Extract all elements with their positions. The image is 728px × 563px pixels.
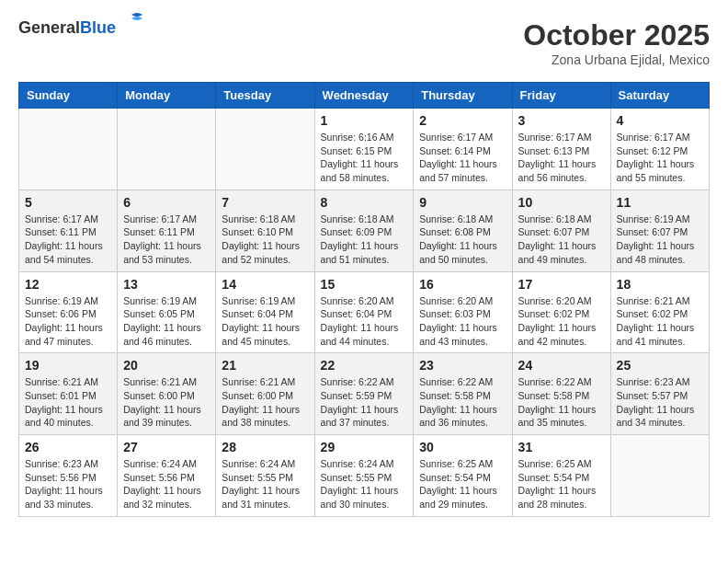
calendar-cell: 4Sunrise: 6:17 AMSunset: 6:12 PMDaylight…	[610, 109, 709, 190]
calendar-week-row: 12Sunrise: 6:19 AMSunset: 6:06 PMDayligh…	[19, 271, 710, 353]
day-number: 11	[617, 195, 703, 210]
day-number: 3	[518, 113, 605, 128]
day-info: Sunrise: 6:25 AMSunset: 5:54 PMDaylight:…	[518, 457, 605, 511]
day-number: 19	[25, 358, 111, 373]
calendar-cell: 10Sunrise: 6:18 AMSunset: 6:07 PMDayligh…	[512, 190, 610, 271]
day-info: Sunrise: 6:22 AMSunset: 5:58 PMDaylight:…	[518, 375, 605, 430]
calendar-cell: 7Sunrise: 6:18 AMSunset: 6:10 PMDaylight…	[216, 190, 314, 271]
weekday-header-row: SundayMondayTuesdayWednesdayThursdayFrid…	[19, 83, 710, 109]
weekday-header-wednesday: Wednesday	[314, 83, 414, 109]
calendar-cell: 5Sunrise: 6:17 AMSunset: 6:11 PMDaylight…	[19, 190, 118, 271]
day-info: Sunrise: 6:25 AMSunset: 5:54 PMDaylight:…	[419, 457, 506, 511]
day-number: 16	[419, 277, 506, 292]
day-info: Sunrise: 6:19 AMSunset: 6:07 PMDaylight:…	[617, 213, 703, 267]
calendar-cell: 2Sunrise: 6:17 AMSunset: 6:14 PMDaylight…	[414, 109, 512, 190]
day-number: 24	[518, 358, 605, 373]
day-number: 12	[25, 277, 111, 292]
calendar-week-row: 1Sunrise: 6:16 AMSunset: 6:15 PMDaylight…	[19, 109, 710, 190]
subtitle: Zona Urbana Ejidal, Mexico	[523, 52, 710, 67]
day-number: 13	[123, 277, 210, 292]
calendar-cell: 18Sunrise: 6:21 AMSunset: 6:02 PMDayligh…	[610, 271, 709, 353]
day-number: 17	[518, 277, 605, 292]
day-number: 10	[518, 195, 605, 210]
day-info: Sunrise: 6:23 AMSunset: 5:56 PMDaylight:…	[25, 457, 111, 511]
calendar-cell: 8Sunrise: 6:18 AMSunset: 6:09 PMDaylight…	[314, 190, 414, 271]
calendar-cell: 9Sunrise: 6:18 AMSunset: 6:08 PMDaylight…	[414, 190, 512, 271]
calendar-cell: 22Sunrise: 6:22 AMSunset: 5:59 PMDayligh…	[314, 353, 414, 435]
page-header: GeneralBlue October 2025 Zona Urbana Eji…	[18, 18, 710, 67]
day-number: 5	[25, 195, 111, 210]
day-info: Sunrise: 6:18 AMSunset: 6:10 PMDaylight:…	[222, 213, 308, 267]
calendar-cell: 17Sunrise: 6:20 AMSunset: 6:02 PMDayligh…	[512, 271, 610, 353]
logo-general: General	[18, 18, 80, 37]
calendar-cell: 31Sunrise: 6:25 AMSunset: 5:54 PMDayligh…	[512, 435, 610, 517]
day-number: 14	[222, 277, 308, 292]
day-number: 29	[321, 440, 408, 454]
calendar-cell: 13Sunrise: 6:19 AMSunset: 6:05 PMDayligh…	[118, 271, 216, 353]
calendar-cell	[216, 109, 314, 190]
calendar-cell: 19Sunrise: 6:21 AMSunset: 6:01 PMDayligh…	[19, 353, 118, 435]
day-info: Sunrise: 6:17 AMSunset: 6:14 PMDaylight:…	[419, 131, 506, 185]
day-info: Sunrise: 6:24 AMSunset: 5:56 PMDaylight:…	[123, 457, 210, 511]
calendar-table: SundayMondayTuesdayWednesdayThursdayFrid…	[18, 82, 710, 517]
calendar-cell: 24Sunrise: 6:22 AMSunset: 5:58 PMDayligh…	[512, 353, 610, 435]
day-info: Sunrise: 6:24 AMSunset: 5:55 PMDaylight:…	[222, 457, 308, 511]
day-number: 25	[617, 358, 703, 373]
calendar-cell: 11Sunrise: 6:19 AMSunset: 6:07 PMDayligh…	[610, 190, 709, 271]
calendar-cell: 15Sunrise: 6:20 AMSunset: 6:04 PMDayligh…	[314, 271, 414, 353]
logo-icon	[119, 9, 144, 35]
day-info: Sunrise: 6:22 AMSunset: 5:59 PMDaylight:…	[321, 375, 408, 430]
day-info: Sunrise: 6:17 AMSunset: 6:11 PMDaylight:…	[123, 213, 210, 267]
logo: GeneralBlue	[18, 18, 144, 38]
day-info: Sunrise: 6:21 AMSunset: 6:00 PMDaylight:…	[222, 375, 308, 430]
day-info: Sunrise: 6:17 AMSunset: 6:12 PMDaylight:…	[617, 131, 703, 185]
calendar-cell: 25Sunrise: 6:23 AMSunset: 5:57 PMDayligh…	[610, 353, 709, 435]
day-info: Sunrise: 6:17 AMSunset: 6:11 PMDaylight:…	[25, 213, 111, 267]
weekday-header-thursday: Thursday	[414, 83, 512, 109]
calendar-cell: 29Sunrise: 6:24 AMSunset: 5:55 PMDayligh…	[314, 435, 414, 517]
month-title: October 2025	[523, 18, 710, 52]
day-info: Sunrise: 6:18 AMSunset: 6:09 PMDaylight:…	[321, 213, 408, 267]
weekday-header-saturday: Saturday	[610, 83, 709, 109]
title-block: October 2025 Zona Urbana Ejidal, Mexico	[523, 18, 710, 67]
day-info: Sunrise: 6:20 AMSunset: 6:03 PMDaylight:…	[419, 294, 506, 349]
day-info: Sunrise: 6:22 AMSunset: 5:58 PMDaylight:…	[419, 375, 506, 430]
calendar-cell	[610, 435, 709, 517]
day-info: Sunrise: 6:18 AMSunset: 6:08 PMDaylight:…	[419, 213, 506, 267]
weekday-header-sunday: Sunday	[19, 83, 118, 109]
day-number: 15	[321, 277, 408, 292]
calendar-week-row: 5Sunrise: 6:17 AMSunset: 6:11 PMDaylight…	[19, 190, 710, 271]
calendar-week-row: 26Sunrise: 6:23 AMSunset: 5:56 PMDayligh…	[19, 435, 710, 517]
day-number: 30	[419, 440, 506, 454]
day-number: 4	[617, 113, 703, 128]
day-info: Sunrise: 6:21 AMSunset: 6:00 PMDaylight:…	[123, 375, 210, 430]
calendar-cell	[118, 109, 216, 190]
calendar-cell: 26Sunrise: 6:23 AMSunset: 5:56 PMDayligh…	[19, 435, 118, 517]
day-number: 7	[222, 195, 308, 210]
logo-blue: Blue	[80, 18, 116, 37]
day-number: 6	[123, 195, 210, 210]
day-info: Sunrise: 6:19 AMSunset: 6:04 PMDaylight:…	[222, 294, 308, 349]
calendar-cell: 6Sunrise: 6:17 AMSunset: 6:11 PMDaylight…	[118, 190, 216, 271]
day-number: 28	[222, 440, 308, 454]
day-info: Sunrise: 6:24 AMSunset: 5:55 PMDaylight:…	[321, 457, 408, 511]
day-number: 2	[419, 113, 506, 128]
calendar-cell: 30Sunrise: 6:25 AMSunset: 5:54 PMDayligh…	[414, 435, 512, 517]
calendar-cell: 27Sunrise: 6:24 AMSunset: 5:56 PMDayligh…	[118, 435, 216, 517]
calendar-cell: 28Sunrise: 6:24 AMSunset: 5:55 PMDayligh…	[216, 435, 314, 517]
calendar-cell	[19, 109, 118, 190]
day-number: 1	[321, 113, 408, 128]
calendar-week-row: 19Sunrise: 6:21 AMSunset: 6:01 PMDayligh…	[19, 353, 710, 435]
calendar-cell: 16Sunrise: 6:20 AMSunset: 6:03 PMDayligh…	[414, 271, 512, 353]
calendar-cell: 20Sunrise: 6:21 AMSunset: 6:00 PMDayligh…	[118, 353, 216, 435]
weekday-header-monday: Monday	[118, 83, 216, 109]
day-info: Sunrise: 6:19 AMSunset: 6:06 PMDaylight:…	[25, 294, 111, 349]
day-info: Sunrise: 6:20 AMSunset: 6:02 PMDaylight:…	[518, 294, 605, 349]
calendar-cell: 23Sunrise: 6:22 AMSunset: 5:58 PMDayligh…	[414, 353, 512, 435]
day-number: 8	[321, 195, 408, 210]
calendar-cell: 14Sunrise: 6:19 AMSunset: 6:04 PMDayligh…	[216, 271, 314, 353]
day-number: 21	[222, 358, 308, 373]
day-number: 23	[419, 358, 506, 373]
day-number: 22	[321, 358, 408, 373]
day-number: 18	[617, 277, 703, 292]
